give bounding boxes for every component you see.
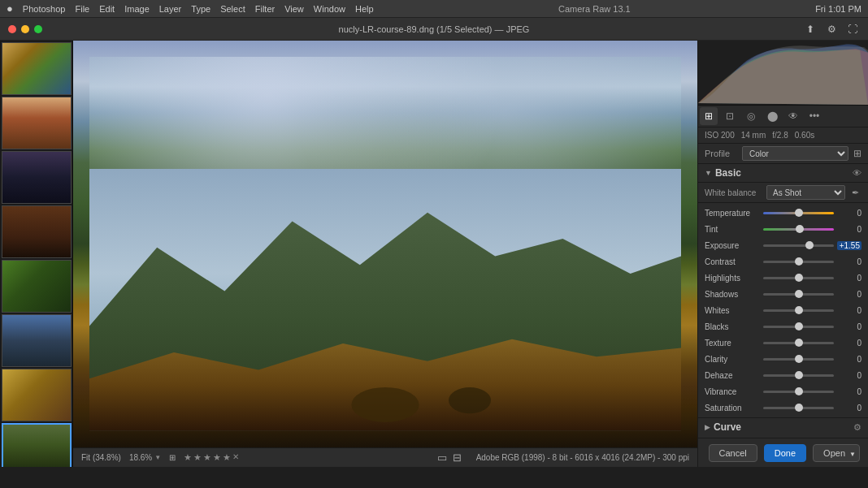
zoom-control[interactable]: 18.6% ▼ (129, 453, 161, 462)
dehaze-slider[interactable] (763, 374, 834, 377)
texture-slider[interactable] (763, 342, 834, 344)
title-bar-right: ⬆ ⚙ ⛶ (803, 22, 860, 37)
dots-tool-icon[interactable]: ••• (805, 107, 823, 125)
profile-select[interactable]: Color Adobe Color Adobe Landscape (742, 146, 848, 161)
contrast-value: 0 (837, 257, 861, 266)
basic-section-title: Basic (715, 167, 853, 179)
menu-image[interactable]: Image (124, 4, 150, 14)
thumbnail-4[interactable] (2, 205, 72, 258)
menu-window[interactable]: Window (314, 4, 345, 14)
svg-point-4 (449, 387, 491, 413)
thumbnail-2[interactable] (2, 97, 72, 149)
fullscreen-icon[interactable]: ⛶ (845, 22, 860, 37)
tint-thumb[interactable] (796, 225, 804, 233)
minimize-button[interactable] (21, 25, 29, 33)
highlights-thumb[interactable] (795, 274, 803, 282)
dehaze-thumb[interactable] (795, 371, 803, 379)
contrast-thumb[interactable] (795, 257, 803, 266)
whites-thumb[interactable] (795, 306, 803, 314)
star-1[interactable]: ★ (184, 452, 192, 463)
heal-tool-icon[interactable]: ◎ (742, 107, 760, 125)
maximize-button[interactable] (34, 25, 42, 33)
temperature-thumb[interactable] (795, 209, 803, 217)
clarity-thumb[interactable] (795, 355, 803, 363)
open-button[interactable]: Open ▼ (813, 444, 860, 462)
crop-tool-icon[interactable]: ⊡ (721, 107, 739, 125)
menu-type[interactable]: Type (191, 4, 210, 14)
exposure-thumb[interactable] (805, 241, 814, 249)
basic-collapse-icon: ▼ (705, 169, 712, 177)
filmstrip (0, 41, 73, 467)
settings-icon[interactable]: ⚙ (824, 22, 839, 37)
wb-select[interactable]: As Shot Auto Daylight Cloudy Shade Custo… (766, 185, 845, 200)
basic-eye-icon[interactable]: 👁 (853, 168, 861, 178)
menu-edit[interactable]: Edit (99, 4, 115, 14)
menu-view[interactable]: View (284, 4, 304, 14)
star-5[interactable]: ★ (223, 452, 231, 463)
share-icon[interactable]: ⬆ (803, 22, 818, 37)
temperature-label: Temperature (705, 209, 760, 218)
menu-help[interactable]: Help (355, 4, 374, 14)
vibrance-slider[interactable] (763, 391, 834, 393)
thumbnail-8-selected[interactable] (2, 423, 72, 467)
menu-select[interactable]: Select (220, 4, 245, 14)
blacks-row: Blacks 0 (698, 318, 868, 335)
menu-file[interactable]: File (75, 4, 89, 14)
saturation-slider[interactable] (763, 407, 834, 409)
shadows-slider[interactable] (763, 293, 834, 296)
temperature-slider[interactable] (763, 212, 834, 214)
close-button[interactable] (8, 25, 16, 33)
tint-row: Tint 0 (698, 221, 868, 237)
thumbnail-1[interactable] (2, 42, 72, 95)
cancel-button[interactable]: Cancel (709, 444, 757, 462)
whites-label: Whites (705, 306, 760, 315)
star-4[interactable]: ★ (213, 452, 221, 463)
histogram-tool-icon[interactable]: ⊞ (700, 107, 718, 125)
menu-photoshop[interactable]: Photoshop (23, 4, 66, 14)
whites-slider[interactable] (763, 309, 834, 312)
contrast-slider[interactable] (763, 261, 834, 263)
single-view-icon[interactable]: ▭ (437, 451, 447, 464)
saturation-thumb[interactable] (795, 404, 803, 412)
thumbnail-5[interactable] (2, 260, 72, 313)
right-panel: ⊞ ⊡ ◎ ⬤ 👁 ••• ISO 200 14 mm f/2.8 0.60s … (697, 41, 868, 467)
menu-bar-left: ● Photoshop File Edit Image Layer Type S… (7, 2, 374, 15)
clarity-slider[interactable] (763, 358, 834, 361)
blacks-thumb[interactable] (795, 322, 803, 330)
done-button[interactable]: Done (764, 444, 806, 462)
layout-icon[interactable]: ⊞ (169, 453, 176, 462)
star-3[interactable]: ★ (203, 452, 211, 463)
clarity-row: Clarity 0 (698, 351, 868, 367)
contrast-row: Contrast 0 (698, 253, 868, 270)
highlights-slider[interactable] (763, 277, 834, 279)
view-mode-icons[interactable]: ▭ ⊟ (437, 451, 462, 464)
exposure-slider[interactable] (763, 244, 834, 247)
vibrance-thumb[interactable] (795, 387, 803, 395)
menu-filter[interactable]: Filter (255, 4, 275, 14)
star-rating[interactable]: ★ ★ ★ ★ ★ ✕ (184, 452, 239, 463)
tint-slider[interactable] (763, 228, 834, 231)
shadows-thumb[interactable] (795, 290, 803, 298)
texture-thumb[interactable] (795, 339, 803, 347)
thumbnail-3[interactable] (2, 151, 72, 204)
exposure-value: +1.55 (837, 241, 861, 250)
profile-grid-icon[interactable]: ⊞ (853, 148, 861, 159)
tint-value: 0 (837, 225, 861, 234)
curve-section[interactable]: ▶ Curve ⚙ (698, 417, 868, 436)
blacks-slider[interactable] (763, 326, 834, 328)
zoom-chevron-icon[interactable]: ▼ (154, 454, 161, 461)
open-dropdown-icon[interactable]: ▼ (849, 451, 856, 458)
curve-collapse-icon: ▶ (705, 423, 710, 431)
basic-section-header[interactable]: ▼ Basic 👁 (698, 164, 868, 183)
star-2[interactable]: ★ (193, 452, 202, 463)
mask-tool-icon[interactable]: ⬤ (763, 107, 781, 125)
eyedropper-icon[interactable]: ✒ (848, 186, 861, 199)
curve-settings-icon[interactable]: ⚙ (853, 422, 861, 433)
compare-view-icon[interactable]: ⊟ (453, 451, 462, 464)
vibrance-row: Vibrance 0 (698, 383, 868, 399)
thumbnail-7[interactable] (2, 369, 72, 421)
menu-layer[interactable]: Layer (159, 4, 182, 14)
star-x[interactable]: ✕ (232, 452, 239, 463)
thumbnail-6[interactable] (2, 314, 72, 367)
eye-tool-icon[interactable]: 👁 (784, 107, 802, 125)
